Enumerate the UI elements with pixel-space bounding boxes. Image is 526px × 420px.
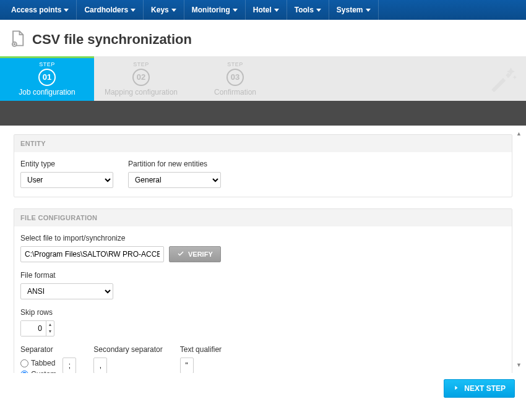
partition-label: Partition for new entities [128, 160, 221, 168]
page-title-row: CSV file synchronization [0, 20, 526, 56]
nav-keys[interactable]: Keys [144, 0, 184, 20]
step-1[interactable]: STEP 01 Job configuration [0, 56, 94, 101]
chevron-down-icon [366, 9, 371, 12]
entity-type-field: Entity type User [20, 160, 113, 188]
select-file-label: Select file to import/synchronize [20, 234, 506, 242]
chevron-down-icon [131, 9, 136, 12]
entity-panel: ENTITY Entity type User Partition for ne… [14, 134, 512, 197]
scrollbar[interactable]: ▲ ▼ [516, 131, 522, 368]
file-config-panel: FILE CONFIGURATION Select file to import… [14, 208, 512, 373]
chevron-down-icon [171, 9, 176, 12]
scroll-up-icon[interactable]: ▲ [516, 131, 522, 137]
entity-type-label: Entity type [20, 160, 113, 168]
chevron-down-icon [64, 9, 69, 12]
spinner-down-icon[interactable]: ▼ [46, 328, 54, 335]
chevron-down-icon [316, 9, 321, 12]
step-2[interactable]: STEP 02 Mapping configuration [94, 56, 188, 101]
separator-custom-radio[interactable] [20, 371, 28, 374]
check-icon [177, 250, 184, 259]
nav-hotel[interactable]: Hotel [246, 0, 287, 20]
spinner-up-icon[interactable]: ▲ [46, 321, 54, 328]
nav-access-points[interactable]: Access points [0, 0, 77, 20]
wizard-footer: NEXT STEP [0, 373, 526, 405]
separator-custom-input[interactable] [63, 358, 76, 373]
wizard-icon [488, 62, 519, 95]
step-3[interactable]: STEP 03 Confirmation [188, 56, 282, 101]
top-nav: Access points Cardholders Keys Monitorin… [0, 0, 526, 20]
file-path-input[interactable] [20, 246, 164, 262]
file-config-header: FILE CONFIGURATION [14, 209, 512, 226]
nav-monitoring[interactable]: Monitoring [184, 0, 246, 20]
chevron-down-icon [233, 9, 238, 12]
entity-type-select[interactable]: User [20, 172, 113, 188]
text-qualifier-input[interactable] [180, 358, 194, 373]
secondary-separator-input[interactable] [93, 358, 107, 373]
chevron-right-icon [453, 384, 459, 393]
scroll-down-icon[interactable]: ▼ [516, 362, 522, 368]
text-qualifier-label: Text qualifier [180, 345, 222, 354]
nav-system[interactable]: System [329, 0, 379, 20]
skip-rows-label: Skip rows [20, 308, 506, 317]
content-scroll: ENTITY Entity type User Partition for ne… [0, 126, 526, 373]
wizard-steps: STEP 01 Job configuration STEP 02 Mappin… [0, 56, 526, 101]
page-title: CSV file synchronization [32, 32, 192, 48]
separator-label: Separator [20, 345, 76, 354]
toolbar-strip [0, 101, 526, 126]
secondary-separator-label: Secondary separator [93, 345, 162, 354]
nav-cardholders[interactable]: Cardholders [77, 0, 144, 20]
entity-header: ENTITY [14, 135, 512, 152]
file-format-select[interactable]: ANSI [20, 283, 113, 299]
skip-rows-input[interactable] [21, 321, 46, 336]
partition-field: Partition for new entities General [128, 160, 221, 188]
nav-tools[interactable]: Tools [287, 0, 329, 20]
file-format-label: File format [20, 271, 506, 280]
partition-select[interactable]: General [128, 172, 221, 188]
verify-button[interactable]: VERIFY [169, 246, 221, 262]
separator-tabbed-radio[interactable] [20, 359, 28, 367]
skip-rows-spinner[interactable]: ▲ ▼ [20, 320, 54, 336]
csv-file-icon [9, 30, 26, 49]
chevron-down-icon [274, 9, 279, 12]
next-step-button[interactable]: NEXT STEP [444, 379, 515, 398]
